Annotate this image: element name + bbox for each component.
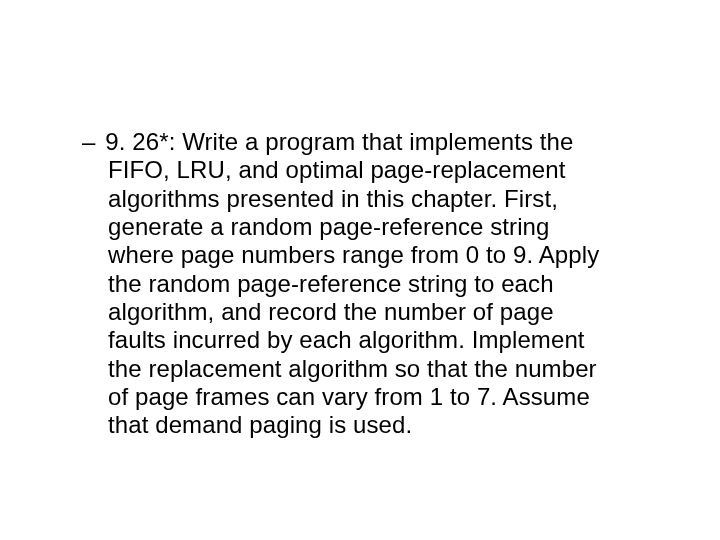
bullet-item: – 9. 26*: Write a program that implement… <box>82 128 650 156</box>
text-optimal: optimal <box>286 156 371 183</box>
text-fifo-lru: FIFO, LRU, <box>108 156 238 183</box>
slide: – 9. 26*: Write a program that implement… <box>0 0 720 540</box>
bullet-dash: – <box>82 128 95 156</box>
text-line7: algorithm, and record the number of page <box>108 298 650 326</box>
bullet-continuation: FIFO, LRU, and optimal page-replacement … <box>82 156 650 439</box>
text-line5: where page numbers range from 0 to 9. Ap… <box>108 241 650 269</box>
text-line4: generate a random page-reference string <box>108 213 650 241</box>
text-line10: of page frames can vary from 1 to 7. Ass… <box>108 383 650 411</box>
text-page-replacement: page-replacement <box>370 156 565 183</box>
text-and: and <box>238 156 285 183</box>
text-line3: algorithms presented in this chapter. Fi… <box>108 185 650 213</box>
bullet-text-line1: 9. 26*: Write a program that implements … <box>105 128 573 156</box>
text-line2: FIFO, LRU, and optimal page-replacement <box>108 156 650 184</box>
text-line6: the random page-reference string to each <box>108 270 650 298</box>
text-line11: that demand paging is used. <box>108 411 650 439</box>
text-line9: the replacement algorithm so that the nu… <box>108 355 650 383</box>
text-line8: faults incurred by each algorithm. Imple… <box>108 326 650 354</box>
